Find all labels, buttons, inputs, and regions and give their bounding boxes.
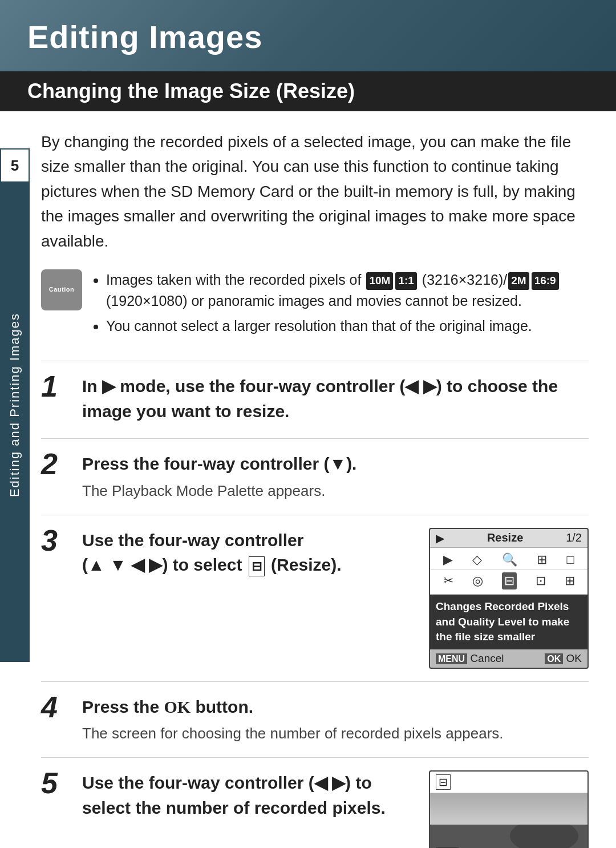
step-2-content: Press the four-way controller (▼). The P… bbox=[82, 451, 589, 502]
photo-sky bbox=[430, 793, 587, 825]
svg-point-1 bbox=[510, 825, 578, 848]
intro-paragraph: By changing the recorded pixels of a sel… bbox=[41, 130, 589, 253]
badge-169: 16:9 bbox=[532, 272, 559, 290]
sidebar-chapter-number: 5 bbox=[0, 148, 30, 183]
icon-grid: ⊞ bbox=[537, 552, 547, 567]
screen-title: Resize bbox=[487, 531, 523, 544]
step-2-number: 2 bbox=[41, 449, 82, 479]
photo-land bbox=[430, 825, 587, 848]
section-heading: Changing the Image Size (Resize) bbox=[0, 71, 616, 111]
step-3-title: Use the four-way controller (▲ ▼ ◀ ▶) to… bbox=[82, 528, 413, 578]
caution-text: Images taken with the recorded pixels of… bbox=[92, 269, 589, 341]
photo-mockup-step5: ⊟ bbox=[429, 770, 589, 848]
step-1-number: 1 bbox=[41, 371, 82, 401]
resize-icon: ⊟ bbox=[249, 556, 265, 577]
screen-mockup-step3: ▶ Resize 1/2 ▶ ◇ 🔍 ⊞ □ ✂ bbox=[429, 528, 589, 669]
caution-bullet-2: You cannot select a larger resolution th… bbox=[106, 316, 589, 337]
caution-icon: Caution bbox=[41, 269, 82, 310]
step-4-desc: The screen for choosing the number of re… bbox=[82, 722, 589, 745]
step-4-title: Press the OK button. bbox=[82, 694, 589, 720]
screen-bottom-bar: MENU Cancel OK OK bbox=[430, 649, 587, 668]
icon-dots: ⊞ bbox=[565, 574, 575, 588]
page-header: Editing Images bbox=[0, 0, 616, 71]
step-5-title: Use the four-way controller (◀ ▶) to sel… bbox=[82, 770, 413, 820]
sidebar: Editing and Printing Images bbox=[0, 148, 30, 662]
menu-cancel: MENU Cancel bbox=[436, 652, 504, 665]
sidebar-label: Editing and Printing Images bbox=[7, 313, 22, 497]
screen-desc: Changes Recorded Pixels and Quality Leve… bbox=[430, 595, 587, 649]
icon-diamond: ◇ bbox=[472, 552, 482, 567]
step-3-with-image: Use the four-way controller (▲ ▼ ◀ ▶) to… bbox=[82, 528, 589, 669]
step-2-desc: The Playback Mode Palette appears. bbox=[82, 480, 589, 502]
step-5: 5 Use the four-way controller (◀ ▶) to s… bbox=[41, 757, 589, 848]
step-1-title: In ▶ mode, use the four-way controller (… bbox=[82, 374, 589, 423]
playback-icon: ▶ bbox=[436, 531, 444, 545]
step-3-image: ▶ Resize 1/2 ▶ ◇ 🔍 ⊞ □ ✂ bbox=[429, 528, 589, 669]
screen-titlebar: ▶ Resize 1/2 bbox=[430, 529, 587, 548]
ok-button: OK OK bbox=[545, 652, 582, 665]
photo-area bbox=[430, 793, 587, 848]
screen-page: 1/2 bbox=[566, 531, 582, 544]
step-5-number: 5 bbox=[41, 768, 82, 798]
step-2: 2 Press the four-way controller (▼). The… bbox=[41, 438, 589, 515]
badge-2m: 2M bbox=[508, 272, 529, 290]
caution-bullet-1: Images taken with the recorded pixels of… bbox=[106, 269, 589, 312]
icon-magnify: 🔍 bbox=[502, 552, 517, 567]
step-3-number: 3 bbox=[41, 526, 82, 555]
step-5-text: Use the four-way controller (◀ ▶) to sel… bbox=[82, 770, 413, 822]
icon-square: □ bbox=[566, 552, 574, 567]
step-4: 4 Press the OK button. The screen for ch… bbox=[41, 681, 589, 758]
step-5-content: Use the four-way controller (◀ ▶) to sel… bbox=[82, 770, 589, 848]
photo-icon-resize: ⊟ bbox=[436, 774, 451, 790]
screen-icon-row-1: ▶ ◇ 🔍 ⊞ □ bbox=[430, 548, 587, 570]
step-1-content: In ▶ mode, use the four-way controller (… bbox=[82, 374, 589, 426]
step-5-with-image: Use the four-way controller (◀ ▶) to sel… bbox=[82, 770, 589, 848]
icon-resize2: ⊡ bbox=[536, 574, 546, 588]
step-5-image: ⊟ bbox=[429, 770, 589, 848]
page-title: Editing Images bbox=[27, 18, 589, 55]
step-3-text: Use the four-way controller (▲ ▼ ◀ ▶) to… bbox=[82, 528, 413, 580]
landscape-svg bbox=[430, 825, 587, 848]
icon-resize-selected: ⊟ bbox=[502, 572, 517, 589]
main-content: By changing the recorded pixels of a sel… bbox=[0, 130, 616, 848]
badge-10m: 10M bbox=[366, 272, 393, 290]
badge-11: 1:1 bbox=[395, 272, 416, 290]
step-2-title: Press the four-way controller (▼). bbox=[82, 451, 589, 477]
step-3-content: Use the four-way controller (▲ ▼ ◀ ▶) to… bbox=[82, 528, 589, 669]
icon-scissors: ✂ bbox=[443, 574, 453, 588]
step-4-number: 4 bbox=[41, 692, 82, 722]
icon-play: ▶ bbox=[443, 552, 453, 567]
icon-at: ◎ bbox=[472, 574, 483, 588]
step-4-content: Press the OK button. The screen for choo… bbox=[82, 694, 589, 745]
caution-box: Caution Images taken with the recorded p… bbox=[41, 269, 589, 341]
screen-icon-row-2: ✂ ◎ ⊟ ⊡ ⊞ bbox=[430, 570, 587, 595]
step-1: 1 In ▶ mode, use the four-way controller… bbox=[41, 361, 589, 438]
photo-icon-row: ⊟ bbox=[430, 772, 587, 793]
step-3: 3 Use the four-way controller (▲ ▼ ◀ ▶) … bbox=[41, 515, 589, 681]
